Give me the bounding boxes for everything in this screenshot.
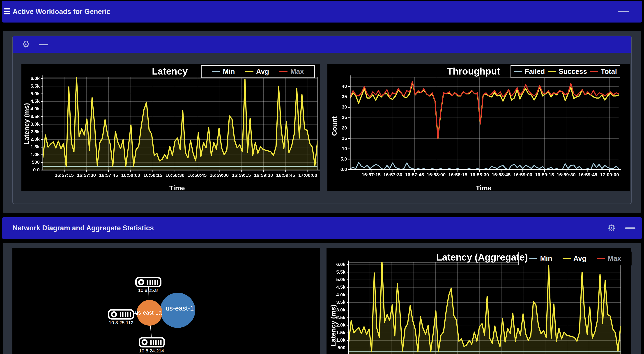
legend-item-min[interactable]: Min <box>529 254 552 263</box>
hamburger-bar <box>4 8 10 9</box>
legend-swatch <box>514 71 522 72</box>
x-axis-title: Time <box>476 184 491 192</box>
section2-title: Network Diagram and Aggregate Statistics <box>13 224 154 232</box>
legend-label: Avg <box>574 254 586 263</box>
page-title: Active Workloads for Generic <box>13 8 110 16</box>
chart-title: Latency (Aggregate) <box>436 252 528 263</box>
minimize-icon[interactable] <box>618 11 629 12</box>
minimize-icon[interactable] <box>625 227 636 229</box>
legend-item-min[interactable]: Min <box>212 68 235 76</box>
legend-swatch <box>280 71 288 72</box>
throughput-chart-canvas[interactable] <box>328 64 630 191</box>
chart-title: Latency <box>152 66 188 77</box>
legend-item-total[interactable]: Total <box>590 68 617 76</box>
server-icon[interactable] <box>135 277 162 288</box>
legend-item-max[interactable]: Max <box>597 254 621 263</box>
legend-label: Total <box>601 68 617 76</box>
charts-widget-header: ⚙ <box>13 36 631 53</box>
region-label: us-east-1 <box>166 305 194 312</box>
hamburger-menu-icon[interactable] <box>4 8 10 14</box>
legend-label: Min <box>540 254 552 263</box>
gear-icon[interactable]: ⚙ <box>608 223 616 232</box>
network-diagram-panel: us-east-1a us-east-1 10.8.25.8 10.8.25.1… <box>12 248 320 354</box>
host-ip-label: 10.8.25.112 <box>109 320 133 325</box>
legend-item-avg[interactable]: Avg <box>245 68 269 76</box>
legend-label: Min <box>223 68 235 76</box>
legend-label: Max <box>290 68 304 76</box>
legend-label: Success <box>559 68 587 76</box>
legend-swatch <box>597 258 605 259</box>
legend-label: Max <box>608 254 621 263</box>
y-axis-title: Count <box>330 116 338 136</box>
legend-swatch <box>590 71 598 72</box>
legend-swatch <box>529 258 537 259</box>
hamburger-bar <box>4 11 10 12</box>
y-axis-title: Latency (ms) <box>330 305 337 346</box>
chart-legend: Min Avg Max <box>518 252 632 265</box>
section2-header: Network Diagram and Aggregate Statistics… <box>2 217 642 239</box>
top-title-bar: Active Workloads for Generic <box>2 1 642 22</box>
latency-chart-panel: Latency Min Avg Max Latency (ms) Time <box>22 64 320 191</box>
legend-item-max[interactable]: Max <box>280 68 304 76</box>
legend-swatch <box>212 71 220 72</box>
minimize-icon[interactable] <box>39 44 48 45</box>
throughput-chart-panel: Throughput Failed Success Total Count Ti… <box>328 64 630 191</box>
legend-swatch <box>562 258 571 259</box>
legend-label: Avg <box>256 68 269 76</box>
aggregate-latency-chart-panel: Latency (Aggregate) Min Avg Max Latency … <box>326 248 631 354</box>
x-axis-title: Time <box>169 184 185 192</box>
server-icon[interactable] <box>108 309 134 320</box>
legend-item-success[interactable]: Success <box>548 68 587 76</box>
chart-legend: Min Avg Max <box>201 65 315 78</box>
gear-icon[interactable]: ⚙ <box>22 40 30 49</box>
server-icon[interactable] <box>138 337 165 348</box>
legend-item-avg[interactable]: Avg <box>562 254 586 263</box>
chart-title: Throughput <box>447 66 500 77</box>
zone-label: us-east-1a <box>135 309 162 316</box>
chart-legend: Failed Success Total <box>510 65 620 78</box>
legend-swatch <box>245 71 254 72</box>
latency-chart-canvas[interactable] <box>22 64 320 191</box>
legend-item-failed[interactable]: Failed <box>514 68 545 76</box>
legend-swatch <box>548 71 556 72</box>
hamburger-bar <box>4 13 10 14</box>
y-axis-title: Latency (ms) <box>23 103 30 145</box>
host-ip-label: 10.8.24.214 <box>139 348 164 354</box>
legend-label: Failed <box>525 68 545 76</box>
host-ip-label: 10.8.25.8 <box>138 288 158 293</box>
